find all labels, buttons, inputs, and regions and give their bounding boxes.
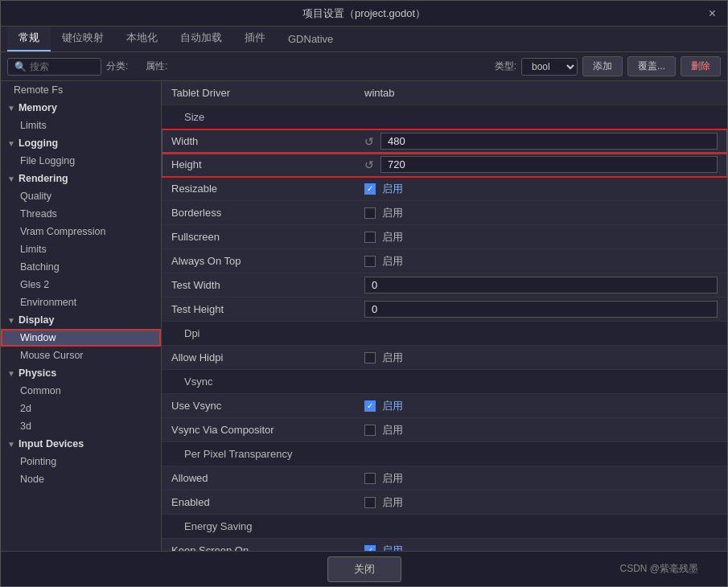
sidebar-item-label: Limits: [14, 244, 47, 255]
row-value: 启用: [364, 230, 718, 244]
vsync-via-compositor-label: Vsync Via Compositor: [171, 424, 364, 436]
sidebar-item-remote-fs[interactable]: Remote Fs: [1, 81, 161, 99]
sidebar-item-quality[interactable]: Quality: [1, 187, 161, 205]
borderless-label: Borderless: [171, 207, 364, 219]
test-height-input[interactable]: [364, 301, 718, 318]
sidebar-item-mouse-cursor[interactable]: Mouse Cursor: [1, 347, 161, 364]
table-row: Tablet Driver wintab: [162, 81, 727, 105]
sidebar-group-logging[interactable]: ▼ Logging: [1, 134, 161, 152]
resizable-checkbox[interactable]: [364, 183, 376, 195]
tab-general[interactable]: 常规: [7, 26, 51, 51]
enable-label: 启用: [382, 471, 403, 486]
table-row: Energy Saving: [162, 515, 727, 539]
watermark: CSDN @紫毫残墨: [619, 562, 698, 576]
row-value: [364, 277, 718, 294]
reset-icon[interactable]: ↺: [364, 135, 374, 148]
sidebar-item-environment[interactable]: Environment: [1, 294, 161, 311]
row-value: 启用: [364, 182, 718, 196]
arrow-icon: ▼: [7, 440, 15, 449]
test-width-label: Test Width: [171, 279, 364, 291]
delete-button[interactable]: 删除: [681, 56, 721, 76]
sidebar-item-common[interactable]: Common: [1, 382, 161, 400]
sidebar-group-memory[interactable]: ▼ Memory: [1, 99, 161, 117]
tab-keybinding[interactable]: 键位映射: [51, 26, 115, 51]
sidebar-item-pointing[interactable]: Pointing: [1, 453, 161, 470]
sidebar-item-limits-memory[interactable]: Limits: [1, 117, 161, 134]
vsync-via-compositor-checkbox[interactable]: [364, 425, 376, 436]
sidebar-group-label: Physics: [19, 367, 56, 379]
width-row: Width ↺: [162, 129, 727, 154]
table-row: Test Width: [162, 273, 727, 298]
sidebar-group-label: Input Devices: [19, 438, 84, 449]
allowed-label: Allowed: [171, 472, 364, 484]
always-on-top-checkbox[interactable]: [364, 256, 376, 267]
type-select[interactable]: bool int float String: [521, 58, 578, 76]
allowed-checkbox[interactable]: [364, 473, 376, 484]
always-on-top-label: Always On Top: [171, 255, 364, 267]
sidebar-item-threads[interactable]: Threads: [1, 205, 161, 223]
row-value: 启用: [364, 206, 718, 220]
sidebar-item-label: Common: [14, 385, 61, 396]
sidebar-item-batching[interactable]: Batching: [1, 258, 161, 276]
test-width-input[interactable]: [364, 277, 718, 294]
category-label: 分类:: [106, 60, 128, 73]
enable-label: 启用: [382, 206, 403, 220]
table-row: Size: [162, 105, 727, 129]
section-energy-saving: Energy Saving: [171, 520, 364, 532]
tab-gdnative[interactable]: GDNative: [277, 28, 344, 51]
search-input[interactable]: [30, 61, 94, 72]
allow-hidpi-checkbox[interactable]: [364, 352, 376, 363]
use-vsync-checkbox[interactable]: [364, 400, 376, 412]
search-icon: 🔍: [14, 61, 27, 72]
sidebar-item-2d[interactable]: 2d: [1, 400, 161, 417]
sidebar-group-rendering[interactable]: ▼ Rendering: [1, 170, 161, 187]
height-input[interactable]: [380, 156, 718, 173]
table-row: Always On Top 启用: [162, 249, 727, 273]
sidebar-item-label: Quality: [14, 191, 51, 202]
table-row: Resizable 启用: [162, 177, 727, 201]
sidebar-item-3d[interactable]: 3d: [1, 417, 161, 435]
fullscreen-checkbox[interactable]: [364, 232, 376, 243]
sidebar-group-display[interactable]: ▼ Display: [1, 311, 161, 329]
sidebar-item-gles2[interactable]: Gles 2: [1, 276, 161, 294]
sidebar-item-label: Environment: [14, 297, 76, 308]
sidebar-item-file-logging[interactable]: File Logging: [1, 152, 161, 170]
footer-inner: 关闭 CSDN @紫毫残墨: [17, 556, 711, 582]
row-value: 启用: [364, 495, 718, 510]
tab-bar: 常规 键位映射 本地化 自动加载 插件 GDNative: [1, 27, 727, 52]
arrow-icon: ▼: [7, 316, 15, 325]
sidebar-item-label: 3d: [14, 421, 31, 432]
cover-button[interactable]: 覆盖...: [627, 56, 676, 76]
width-input[interactable]: [380, 133, 718, 150]
window-close-button[interactable]: ×: [704, 5, 721, 23]
row-value: 启用: [364, 399, 718, 413]
sidebar-group-label: Display: [19, 314, 54, 326]
table-row: Test Height: [162, 298, 727, 322]
arrow-icon: ▼: [7, 369, 15, 378]
sidebar-group-physics[interactable]: ▼ Physics: [1, 364, 161, 382]
table-row: Dpi: [162, 322, 727, 346]
tab-autoload[interactable]: 自动加载: [169, 26, 233, 51]
tab-plugins[interactable]: 插件: [233, 26, 277, 51]
keep-screen-on-checkbox[interactable]: [364, 545, 376, 552]
sidebar-group-input-devices[interactable]: ▼ Input Devices: [1, 435, 161, 453]
enable-label: 启用: [382, 423, 403, 437]
sidebar-item-limits-rendering[interactable]: Limits: [1, 240, 161, 258]
add-button[interactable]: 添加: [582, 56, 623, 76]
sidebar-item-window[interactable]: Window: [1, 329, 161, 347]
tab-localization[interactable]: 本地化: [115, 26, 169, 51]
sidebar-item-vram-compression[interactable]: Vram Compression: [1, 223, 161, 240]
search-box: 🔍: [7, 58, 101, 76]
enabled-checkbox[interactable]: [364, 497, 376, 508]
footer: 关闭 CSDN @紫毫残墨: [1, 551, 727, 586]
section-dpi: Dpi: [171, 327, 364, 339]
table-row: Enabled 启用: [162, 491, 727, 515]
sidebar-group-label: Memory: [19, 102, 57, 113]
table-row: Use Vsync 启用: [162, 394, 727, 418]
table-row: Vsync Via Compositor 启用: [162, 418, 727, 442]
close-footer-button[interactable]: 关闭: [327, 556, 401, 582]
enable-label: 启用: [382, 230, 403, 244]
sidebar-item-node[interactable]: Node: [1, 470, 161, 488]
reset-icon[interactable]: ↺: [364, 158, 374, 171]
borderless-checkbox[interactable]: [364, 207, 376, 219]
